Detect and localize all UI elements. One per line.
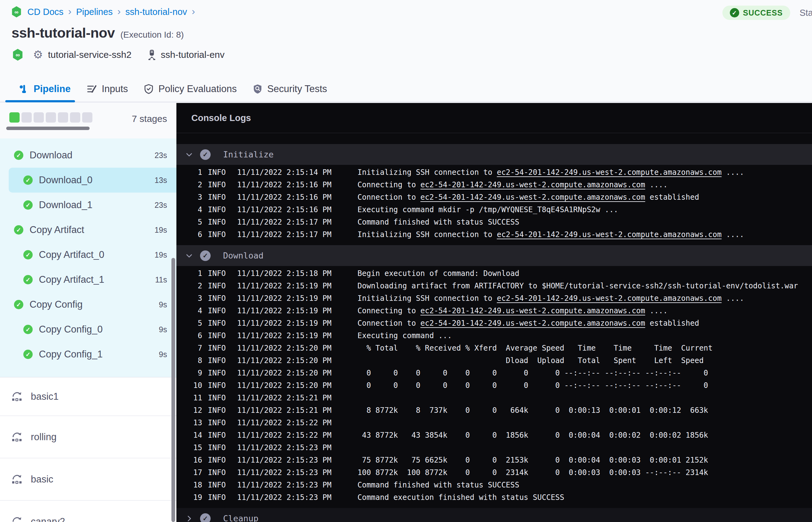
stage-row-copy-artifact_1[interactable]: ✓Copy Artifact_111s: [0, 267, 177, 292]
pipeline-item-basic1[interactable]: basic1: [0, 377, 177, 416]
log-line: 3INFO11/11/2022 2:15:16 PMConnection to …: [177, 191, 812, 203]
log-level: INFO: [208, 443, 226, 452]
log-line-number: 1: [177, 168, 202, 177]
rolling-deploy-icon: [11, 391, 23, 403]
tab-policy-evaluations[interactable]: Policy Evaluations: [144, 76, 237, 102]
stage-row-copy-config[interactable]: ✓Copy Config9s: [0, 292, 177, 317]
stage-duration: 23s: [155, 201, 167, 210]
pipeline-name: canary2: [31, 516, 65, 522]
stage-row-copy-artifact_0[interactable]: ✓Copy Artifact_019s: [0, 242, 177, 267]
stage-row-download_0[interactable]: ✓Download_013s: [9, 168, 177, 193]
log-host-link[interactable]: ec2-54-201-142-249.us-west-2.compute.ama…: [497, 294, 722, 303]
check-circle-icon: ✓: [730, 8, 739, 17]
log-line-number: 4: [177, 306, 202, 315]
tab-label: Pipeline: [34, 83, 70, 95]
log-level: INFO: [208, 468, 226, 477]
log-message: 75 8772k 75 6625k 0 0 2153k 0 0:00:04 0:…: [358, 456, 708, 464]
log-host-link[interactable]: ec2-54-201-142-249.us-west-2.compute.ama…: [497, 230, 722, 239]
shield-magnifier-icon: [253, 84, 262, 94]
pipeline-icon: [19, 84, 28, 94]
stage-list: ✓Download23s✓Download_013s✓Download_123s…: [0, 138, 177, 377]
pipeline-name: rolling: [31, 431, 57, 443]
log-line-number: 13: [177, 418, 202, 427]
log-line-number: 4: [177, 205, 202, 214]
stage-duration: 13s: [155, 176, 167, 185]
success-check-icon: ✓: [14, 150, 23, 160]
environment-icon: [148, 49, 156, 60]
log-section-header-cleanup[interactable]: ✓Cleanup: [177, 508, 812, 522]
stage-name: Download_1: [39, 199, 93, 210]
log-level: INFO: [208, 456, 226, 464]
log-host-link[interactable]: ec2-54-201-142-249.us-west-2.compute.ama…: [420, 319, 645, 327]
chevron-right-icon: ›: [117, 6, 121, 16]
log-lines: 1INFO11/11/2022 2:15:14 PMInitializing S…: [177, 165, 812, 243]
success-check-icon: ✓: [23, 325, 33, 334]
progress-segment: [34, 112, 44, 123]
tab-security-tests[interactable]: Security Tests: [253, 76, 327, 102]
log-section-header-download[interactable]: ✓Download: [177, 245, 812, 266]
log-line: 17INFO11/11/2022 2:15:23 PM100 8772k 100…: [177, 466, 812, 479]
log-line-number: 17: [177, 468, 202, 477]
log-section-header-initialize[interactable]: ✓Initialize: [177, 144, 812, 165]
breadcrumb-pipeline-name[interactable]: ssh-tutorial-nov: [125, 7, 187, 17]
breadcrumb-cd-docs[interactable]: CD Docs: [27, 7, 63, 17]
pipeline-item-rolling[interactable]: rolling: [0, 416, 177, 458]
log-line: 4INFO11/11/2022 2:15:16 PMExecuting comm…: [177, 203, 812, 216]
log-host-link[interactable]: ec2-54-201-142-249.us-west-2.compute.ama…: [420, 180, 645, 189]
log-line: 4INFO11/11/2022 2:15:19 PMConnecting to …: [177, 304, 812, 317]
log-message: Connecting to ec2-54-201-142-249.us-west…: [358, 180, 668, 189]
tab-inputs[interactable]: Inputs: [87, 76, 128, 102]
pipeline-item-basic[interactable]: basic: [0, 458, 177, 501]
log-message: 0 0 0 0 0 0 0 0 --:--:-- --:--:-- --:--:…: [358, 381, 708, 390]
environment-name[interactable]: ssh-tutorial-env: [161, 49, 225, 60]
log-line: 16INFO11/11/2022 2:15:23 PM 75 8772k 75 …: [177, 454, 812, 466]
log-timestamp: 11/11/2022 2:15:17 PM: [237, 230, 332, 239]
chevron-down-icon[interactable]: [185, 252, 193, 260]
chevron-right-icon[interactable]: [185, 515, 193, 522]
progress-segment: [70, 112, 80, 123]
log-timestamp: 11/11/2022 2:15:22 PM: [237, 431, 332, 440]
log-message: 8 8772k 8 737k 0 0 664k 0 0:00:13 0:00:0…: [358, 406, 708, 415]
log-host-link[interactable]: ec2-54-201-142-249.us-west-2.compute.ama…: [497, 168, 722, 177]
stage-name: Copy Artifact_0: [39, 249, 104, 260]
log-line: 2INFO11/11/2022 2:15:16 PMConnecting to …: [177, 179, 812, 191]
execution-statusline: ✓ SUCCESS Start time: [723, 6, 812, 20]
log-timestamp: 11/11/2022 2:15:20 PM: [237, 356, 332, 365]
stage-row-download_1[interactable]: ✓Download_123s: [0, 193, 177, 218]
success-check-icon: ✓: [23, 250, 33, 259]
log-line-number: 19: [177, 493, 202, 502]
sidebar-scrollbar[interactable]: [171, 258, 175, 522]
execution-id: (Execution Id: 8): [120, 30, 184, 40]
service-name[interactable]: tutorial-service-ssh2: [48, 49, 131, 60]
pipeline-item-canary2[interactable]: canary2: [0, 501, 177, 522]
log-message: Initializing SSH connection to ec2-54-20…: [358, 230, 744, 239]
stage-row-copy-artifact[interactable]: ✓Copy Artifact19s: [0, 218, 177, 242]
stage-row-copy-config_1[interactable]: ✓Copy Config_19s: [0, 342, 177, 367]
stage-progress: [9, 112, 93, 123]
stage-duration: 19s: [155, 250, 167, 259]
log-level: INFO: [208, 431, 226, 440]
chevron-down-icon[interactable]: [185, 150, 193, 159]
progress-scrollbar[interactable]: [6, 127, 89, 130]
tab-pipeline[interactable]: Pipeline: [19, 76, 70, 102]
svg-text:∞: ∞: [15, 9, 19, 15]
log-host-link[interactable]: ec2-54-201-142-249.us-west-2.compute.ama…: [420, 193, 645, 202]
breadcrumb-pipelines[interactable]: Pipelines: [76, 7, 113, 17]
log-timestamp: 11/11/2022 2:15:16 PM: [237, 193, 332, 202]
log-line: 7INFO11/11/2022 2:15:20 PM % Total % Rec…: [177, 342, 812, 354]
success-check-icon: ✓: [200, 513, 210, 522]
title-row: ssh-tutorial-nov (Execution Id: 8): [12, 25, 184, 41]
rolling-deploy-icon: [11, 516, 23, 522]
log-timestamp: 11/11/2022 2:15:19 PM: [237, 294, 332, 303]
log-line: 2INFO11/11/2022 2:15:19 PMDownloading ar…: [177, 280, 812, 292]
log-message: Begin execution of command: Download: [358, 269, 519, 278]
stage-row-download[interactable]: ✓Download23s: [0, 143, 177, 168]
log-host-link[interactable]: ec2-54-201-142-249.us-west-2.compute.ama…: [420, 306, 645, 315]
breadcrumb: ∞ CD Docs › Pipelines › ssh-tutorial-nov…: [12, 6, 195, 17]
log-timestamp: 11/11/2022 2:15:21 PM: [237, 394, 332, 402]
log-level: INFO: [208, 381, 226, 390]
inputs-icon: [87, 84, 97, 94]
stage-row-copy-config_0[interactable]: ✓Copy Config_09s: [0, 317, 177, 342]
log-level: INFO: [208, 230, 226, 239]
log-line-number: 6: [177, 230, 202, 239]
